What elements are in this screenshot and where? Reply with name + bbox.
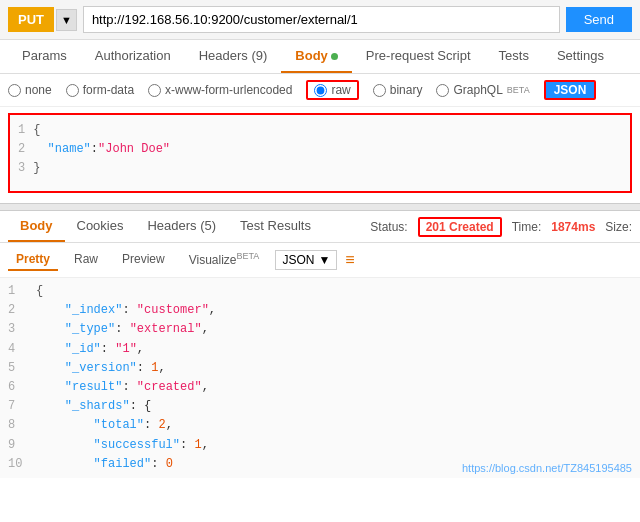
tab-headers[interactable]: Headers (9) <box>185 40 282 73</box>
format-select[interactable]: JSON ▼ <box>275 250 337 270</box>
resp-tab-body[interactable]: Body <box>8 211 65 242</box>
resp-tab-cookies[interactable]: Cookies <box>65 211 136 242</box>
resp-line-9: 9 "successful": 1, <box>8 436 632 455</box>
resp-tab-headers[interactable]: Headers (5) <box>135 211 228 242</box>
fmt-visualize[interactable]: VisualizeBETA <box>181 248 268 272</box>
time-label: Time: <box>512 220 542 234</box>
watermark: https://blog.csdn.net/TZ845195485 <box>462 462 632 474</box>
tab-params[interactable]: Params <box>8 40 81 73</box>
response-tabs-row: Body Cookies Headers (5) Test Results St… <box>0 211 640 243</box>
time-value: 1874ms <box>551 220 595 234</box>
resp-line-1: 1 { <box>8 282 632 301</box>
body-options: none form-data x-www-form-urlencoded raw… <box>0 74 640 107</box>
request-body-editor[interactable]: 1 { 2 "name":"John Doe" 3 } <box>8 113 632 193</box>
fmt-preview[interactable]: Preview <box>114 249 173 271</box>
resp-line-8: 8 "total": 2, <box>8 416 632 435</box>
json-type-btn[interactable]: JSON <box>544 80 597 100</box>
status-value: 201 Created <box>418 217 502 237</box>
size-label: Size: <box>605 220 632 234</box>
option-urlencoded[interactable]: x-www-form-urlencoded <box>148 83 292 97</box>
status-area: Status: 201 Created Time: 1874ms Size: <box>370 217 632 237</box>
tab-settings[interactable]: Settings <box>543 40 618 73</box>
visualize-beta: BETA <box>237 251 260 261</box>
code-line-1: 1 { <box>18 121 622 140</box>
tab-body[interactable]: Body <box>281 40 352 73</box>
send-button[interactable]: Send <box>566 7 632 32</box>
graphql-beta: BETA <box>507 85 530 95</box>
resp-line-4: 4 "_id": "1", <box>8 340 632 359</box>
resp-line-5: 5 "_version": 1, <box>8 359 632 378</box>
method-dropdown[interactable]: ▼ <box>56 9 77 31</box>
option-form-data[interactable]: form-data <box>66 83 134 97</box>
method-button[interactable]: PUT <box>8 7 54 32</box>
response-content-area: 1 { 2 "_index": "customer", 3 "_type": "… <box>0 278 640 478</box>
option-none[interactable]: none <box>8 83 52 97</box>
code-line-3: 3 } <box>18 159 622 178</box>
tab-tests[interactable]: Tests <box>485 40 543 73</box>
fmt-raw[interactable]: Raw <box>66 249 106 271</box>
status-label: Status: <box>370 220 407 234</box>
fmt-pretty[interactable]: Pretty <box>8 249 58 271</box>
response-format-bar: Pretty Raw Preview VisualizeBETA JSON ▼ … <box>0 243 640 278</box>
tab-pre-request[interactable]: Pre-request Script <box>352 40 485 73</box>
resp-line-6: 6 "result": "created", <box>8 378 632 397</box>
resp-tab-test-results[interactable]: Test Results <box>228 211 323 242</box>
option-graphql[interactable]: GraphQLBETA <box>436 83 529 97</box>
top-bar: PUT ▼ Send <box>0 0 640 40</box>
url-input[interactable] <box>83 6 560 33</box>
response-code: 1 { 2 "_index": "customer", 3 "_type": "… <box>0 278 640 478</box>
section-divider <box>0 203 640 211</box>
resp-line-3: 3 "_type": "external", <box>8 320 632 339</box>
app-container: PUT ▼ Send Params Authorization Headers … <box>0 0 640 478</box>
response-tabs: Body Cookies Headers (5) Test Results <box>8 211 323 242</box>
option-binary[interactable]: binary <box>373 83 423 97</box>
resp-line-7: 7 "_shards": { <box>8 397 632 416</box>
format-icon[interactable]: ≡ <box>345 251 354 269</box>
body-dot <box>331 53 338 60</box>
resp-line-2: 2 "_index": "customer", <box>8 301 632 320</box>
code-line-2: 2 "name":"John Doe" <box>18 140 622 159</box>
request-tabs: Params Authorization Headers (9) Body Pr… <box>0 40 640 74</box>
tab-authorization[interactable]: Authorization <box>81 40 185 73</box>
option-raw[interactable]: raw <box>306 80 358 100</box>
method-select[interactable]: PUT ▼ <box>8 7 77 32</box>
